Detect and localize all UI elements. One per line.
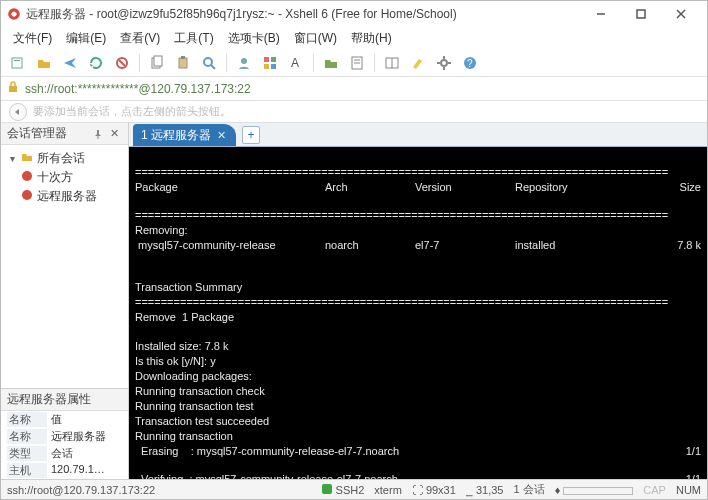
status-progress: ♦ xyxy=(555,484,634,496)
svg-rect-10 xyxy=(154,56,162,66)
tree-root[interactable]: ▾ 所有会话 xyxy=(5,149,124,168)
tab-label: 1 远程服务器 xyxy=(141,127,211,144)
props-row: 主机120.79.1… xyxy=(1,462,128,479)
tree-root-label: 所有会话 xyxy=(37,150,85,167)
session-manager-title-text: 会话管理器 xyxy=(7,125,67,142)
svg-point-35 xyxy=(22,171,32,181)
svg-rect-5 xyxy=(12,58,22,68)
props-header-key: 名称 xyxy=(7,412,47,427)
props-row: 类型会话 xyxy=(1,445,128,462)
tab-close-icon[interactable]: ✕ xyxy=(217,129,226,142)
separator xyxy=(374,54,375,72)
connected-icon xyxy=(322,484,332,494)
properties-title: 远程服务器属性 xyxy=(1,389,128,411)
address-bar: ssh://root:*************@120.79.137.173:… xyxy=(1,77,707,101)
svg-rect-11 xyxy=(179,58,187,68)
highlight-icon[interactable] xyxy=(407,52,429,74)
session-manager-title: 会话管理器 ✕ xyxy=(1,123,128,145)
hint-bar: 要添加当前会话，点击左侧的箭头按钮。 xyxy=(1,101,707,123)
svg-point-15 xyxy=(241,58,247,64)
pane-close-icon[interactable]: ✕ xyxy=(106,126,122,142)
session-manager-panel: 会话管理器 ✕ ▾ 所有会话 十次方 远程服务器 xyxy=(1,123,129,479)
properties-title-text: 远程服务器属性 xyxy=(7,391,91,408)
add-tab-button[interactable]: + xyxy=(242,126,260,144)
menu-view[interactable]: 查看(V) xyxy=(114,28,166,49)
titlebar: 远程服务器 - root@izwz9fu52f85h96q7j1rysz:~ -… xyxy=(1,1,707,27)
host-icon xyxy=(21,189,33,204)
main-area: 1 远程服务器 ✕ + ============================… xyxy=(129,123,707,479)
disconnect-icon[interactable] xyxy=(111,52,133,74)
maximize-button[interactable] xyxy=(621,1,661,27)
window-title: 远程服务器 - root@izwz9fu52f85h96q7j1rysz:~ -… xyxy=(26,6,581,23)
menu-file[interactable]: 文件(F) xyxy=(7,28,58,49)
profiles-icon[interactable] xyxy=(233,52,255,74)
menu-window[interactable]: 窗口(W) xyxy=(288,28,343,49)
status-sessions: 1 会话 xyxy=(513,482,544,497)
status-size: ⛶ 99x31 xyxy=(412,484,456,496)
terminal[interactable]: ========================================… xyxy=(129,147,707,479)
copy-icon[interactable] xyxy=(146,52,168,74)
svg-point-13 xyxy=(204,58,212,66)
properties-panel: 远程服务器属性 名称 值 名称远程服务器 类型会话 主机120.79.1… xyxy=(1,388,128,479)
host-icon xyxy=(21,170,33,185)
reconnect-icon[interactable] xyxy=(85,52,107,74)
svg-rect-6 xyxy=(14,60,20,61)
props-header-val: 值 xyxy=(51,412,122,427)
transfer-icon[interactable] xyxy=(320,52,342,74)
menu-edit[interactable]: 编辑(E) xyxy=(60,28,112,49)
svg-rect-19 xyxy=(271,64,276,69)
separator xyxy=(226,54,227,72)
script-icon[interactable] xyxy=(346,52,368,74)
tree-item-label: 十次方 xyxy=(37,169,73,186)
status-term: xterm xyxy=(374,484,402,496)
collapse-icon[interactable]: ▾ xyxy=(7,153,17,164)
settings-icon[interactable] xyxy=(433,52,455,74)
help-icon[interactable]: ? xyxy=(459,52,481,74)
address-text[interactable]: ssh://root:*************@120.79.137.173:… xyxy=(25,82,701,96)
menu-help[interactable]: 帮助(H) xyxy=(345,28,398,49)
close-button[interactable] xyxy=(661,1,701,27)
status-num: NUM xyxy=(676,484,701,496)
session-tab-1[interactable]: 1 远程服务器 ✕ xyxy=(133,124,236,146)
svg-point-36 xyxy=(22,190,32,200)
props-header-row: 名称 值 xyxy=(1,411,128,428)
status-ssh: SSH2 xyxy=(322,484,365,496)
tab-strip: 1 远程服务器 ✕ + xyxy=(129,123,707,147)
menu-tab[interactable]: 选项卡(B) xyxy=(222,28,286,49)
new-session-icon[interactable] xyxy=(7,52,29,74)
folder-icon xyxy=(21,151,33,166)
app-icon xyxy=(7,7,21,21)
separator xyxy=(139,54,140,72)
tree-item-0[interactable]: 十次方 xyxy=(5,168,124,187)
terminal-row: mysql57-community-releasenoarchel7-7inst… xyxy=(135,238,701,252)
svg-line-14 xyxy=(211,65,215,69)
open-session-icon[interactable] xyxy=(33,52,55,74)
menu-tools[interactable]: 工具(T) xyxy=(168,28,219,49)
status-pos: ⎯ 31,35 xyxy=(466,484,504,496)
svg-line-8 xyxy=(119,60,125,66)
font-icon[interactable]: A xyxy=(285,52,307,74)
pin-icon[interactable] xyxy=(90,126,106,142)
props-row: 名称远程服务器 xyxy=(1,428,128,445)
status-connection: ssh://root@120.79.137.173:22 xyxy=(7,484,155,496)
menubar: 文件(F) 编辑(E) 查看(V) 工具(T) 选项卡(B) 窗口(W) 帮助(… xyxy=(1,27,707,49)
find-icon[interactable] xyxy=(198,52,220,74)
svg-text:?: ? xyxy=(467,58,473,69)
minimize-button[interactable] xyxy=(581,1,621,27)
status-cap: CAP xyxy=(643,484,666,496)
layout-icon[interactable] xyxy=(381,52,403,74)
tree-item-1[interactable]: 远程服务器 xyxy=(5,187,124,206)
app-window: 远程服务器 - root@izwz9fu52f85h96q7j1rysz:~ -… xyxy=(0,0,708,500)
tree-item-label: 远程服务器 xyxy=(37,188,97,205)
svg-point-26 xyxy=(441,60,447,66)
paste-icon[interactable] xyxy=(172,52,194,74)
send-icon[interactable] xyxy=(59,52,81,74)
lock-icon xyxy=(7,81,19,96)
svg-rect-16 xyxy=(264,57,269,62)
toolbar: A ? xyxy=(1,49,707,77)
svg-rect-18 xyxy=(264,64,269,69)
color-icon[interactable] xyxy=(259,52,281,74)
svg-rect-33 xyxy=(9,86,17,92)
svg-rect-12 xyxy=(181,56,185,59)
add-session-arrow-button[interactable] xyxy=(9,103,27,121)
